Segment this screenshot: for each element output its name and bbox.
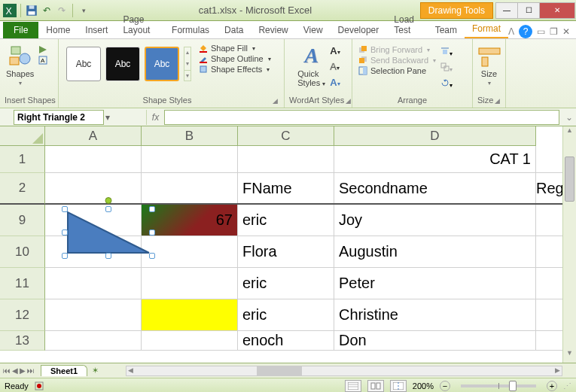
align-icon[interactable]: ▾	[440, 47, 453, 58]
col-header-A[interactable]: A	[45, 126, 142, 146]
row-header-11[interactable]: 11	[0, 268, 45, 299]
sheet-nav-prev-icon[interactable]: ◀	[12, 366, 18, 375]
shape-outline-button[interactable]: Shape Outline▾	[199, 54, 271, 63]
text-box-icon[interactable]: A	[38, 56, 47, 65]
shape-effects-button[interactable]: Shape Effects▾	[199, 65, 271, 74]
normal-view-button[interactable]	[345, 380, 361, 392]
cell-D12[interactable]: Christine	[334, 299, 536, 330]
tab-developer[interactable]: Developer	[331, 22, 387, 38]
size-button[interactable]: Size ▾	[476, 42, 503, 88]
new-sheet-icon[interactable]: ✶	[87, 366, 103, 375]
cell-D9[interactable]: Joy	[334, 205, 536, 236]
sheet-nav-last-icon[interactable]: ⏭	[27, 366, 35, 375]
resize-handle-ne[interactable]	[149, 206, 155, 212]
tab-format[interactable]: Format	[465, 20, 508, 38]
zoom-in-button[interactable]: +	[547, 381, 557, 391]
resize-handle-w[interactable]	[62, 229, 68, 236]
shape-style-3-selected[interactable]: Abc	[145, 47, 179, 81]
tab-insert[interactable]: Insert	[78, 22, 115, 38]
col-header-B[interactable]: B	[142, 126, 238, 146]
redo-icon[interactable]: ↷	[55, 4, 69, 17]
wordart-dialog-launcher[interactable]: ◢	[344, 96, 352, 106]
resize-handle-se[interactable]	[149, 253, 155, 259]
undo-icon[interactable]: ↶	[40, 4, 53, 17]
excel-icon[interactable]: X	[3, 4, 17, 17]
cell-A11[interactable]	[45, 268, 142, 299]
sheet-tab-sheet1[interactable]: Sheet1	[41, 365, 87, 376]
formula-bar[interactable]	[164, 110, 559, 125]
cell-A1[interactable]	[45, 146, 142, 172]
row-header-13[interactable]: 13	[0, 331, 45, 351]
cell-B10[interactable]	[142, 236, 238, 267]
text-effects-icon[interactable]: A▾	[330, 77, 340, 88]
zoom-slider[interactable]	[461, 384, 536, 387]
tab-page-layout[interactable]: Page Layout	[115, 11, 164, 38]
tab-team[interactable]: Team	[428, 22, 465, 38]
workbook-minimize-icon[interactable]: ▭	[537, 26, 545, 37]
hscroll-right-icon[interactable]: ▶	[555, 366, 560, 374]
expand-formula-bar-icon[interactable]: ⌄	[562, 112, 576, 123]
rotation-handle[interactable]	[105, 197, 112, 204]
tab-data[interactable]: Data	[217, 22, 251, 38]
zoom-out-button[interactable]: −	[440, 381, 450, 391]
tab-home[interactable]: Home	[38, 22, 78, 38]
scroll-up-icon[interactable]: ▲	[563, 126, 576, 140]
minimize-button[interactable]: —	[495, 2, 518, 19]
gallery-up-icon[interactable]: ▴	[184, 47, 190, 57]
size-dialog-launcher[interactable]: ◢	[493, 96, 501, 106]
scroll-down-icon[interactable]: ▼	[563, 349, 576, 363]
row-header-9[interactable]: 9	[0, 205, 45, 236]
shape-style-1[interactable]: Abc	[66, 47, 101, 81]
cell-D2[interactable]: SecondnameReg	[334, 173, 536, 203]
row-header-10[interactable]: 10	[0, 236, 45, 268]
resize-handle-n[interactable]	[105, 206, 111, 212]
cell-C9[interactable]: eric	[238, 205, 334, 236]
name-box-dropdown-icon[interactable]: ▾	[105, 112, 110, 123]
row-header-1[interactable]: 1	[0, 146, 45, 173]
sheet-nav-first-icon[interactable]: ⏮	[3, 366, 11, 375]
text-fill-icon[interactable]: A▾	[330, 45, 340, 56]
insert-function-button[interactable]: fx	[146, 110, 164, 125]
zoom-level[interactable]: 200%	[413, 381, 434, 390]
page-break-view-button[interactable]	[390, 380, 407, 392]
row-header-2[interactable]: 2	[0, 173, 45, 205]
cell-D1[interactable]: CAT 1	[334, 146, 536, 172]
cell-C11[interactable]: eric	[238, 268, 334, 299]
resize-handle-nw[interactable]	[62, 206, 68, 212]
maximize-button[interactable]: ☐	[517, 2, 540, 19]
hscroll-left-icon[interactable]: ◀	[128, 366, 133, 374]
cell-D11[interactable]: Peter	[334, 268, 536, 299]
bring-forward-button[interactable]: Bring Forward▾	[358, 45, 436, 54]
edit-shape-icon[interactable]	[38, 45, 47, 54]
qat-more-icon[interactable]: ▾	[77, 4, 90, 17]
shape-styles-dialog-launcher[interactable]: ◢	[271, 96, 279, 106]
shape-style-2[interactable]: Abc	[105, 47, 140, 81]
cell-D13[interactable]: Don	[334, 331, 536, 350]
tab-view[interactable]: View	[296, 22, 331, 38]
tab-review[interactable]: Review	[251, 22, 295, 38]
cell-D10[interactable]: Augustin	[334, 236, 536, 267]
cell-A13[interactable]	[45, 331, 142, 350]
cell-C10[interactable]: Flora	[238, 236, 334, 267]
resize-handle-sw[interactable]	[62, 253, 68, 259]
cell-C2[interactable]: FName	[238, 173, 334, 203]
hscroll-thumb[interactable]	[257, 366, 302, 375]
shape-styles-gallery[interactable]: Abc Abc Abc ▴ ▾ ▾	[63, 42, 194, 86]
gallery-more-icon[interactable]: ▾	[184, 70, 190, 81]
cell-A2[interactable]	[45, 173, 142, 203]
row-header-12[interactable]: 12	[0, 299, 45, 331]
macro-record-icon[interactable]	[35, 381, 44, 390]
shapes-gallery-button[interactable]: Shapes ▾	[5, 42, 35, 88]
gallery-down-icon[interactable]: ▾	[184, 59, 190, 68]
col-header-C[interactable]: C	[238, 126, 334, 146]
minimize-ribbon-icon[interactable]: ᐱ	[508, 26, 514, 37]
cell-B9[interactable]: 67	[142, 205, 238, 236]
cell-C1[interactable]	[238, 146, 334, 172]
selection-pane-button[interactable]: Selection Pane	[358, 66, 436, 75]
close-button[interactable]: ✕	[539, 2, 575, 19]
tab-load-test[interactable]: Load Test	[386, 11, 427, 38]
cell-C12[interactable]: eric	[238, 299, 334, 330]
resize-handle-s[interactable]	[105, 253, 111, 259]
tab-file[interactable]: File	[3, 22, 38, 38]
right-triangle-shape[interactable]	[65, 209, 152, 256]
